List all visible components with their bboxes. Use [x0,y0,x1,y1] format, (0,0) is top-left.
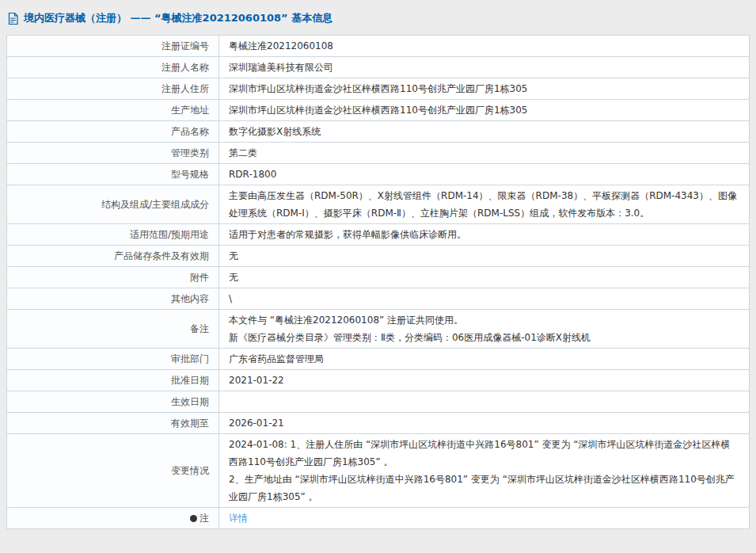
row-label: 注册证编号 [7,36,219,57]
row-label: 注册人住所 [7,78,219,100]
info-table-body: 注册证编号粤械注准20212060108注册人名称深圳瑞迪美科技有限公司注册人住… [7,36,750,529]
note-dot-icon [190,515,197,522]
table-row: 变更情况2024-01-08: 1、注册人住所由 “深圳市坪山区坑梓街道中兴路1… [7,434,750,508]
row-label: 型号规格 [7,164,219,185]
row-label: 有效期至 [7,413,219,434]
table-row: 注册人住所深圳市坪山区坑梓街道金沙社区梓横西路110号创兆产业园厂房1栋305 [7,78,750,100]
table-row: 备注本文件与 “粤械注准20212060108” 注册证共同使用。 新《医疗器械… [7,310,750,349]
row-label: 结构及组成/主要组成成分 [7,185,219,224]
row-value: 本文件与 “粤械注准20212060108” 注册证共同使用。 新《医疗器械分类… [219,310,750,349]
table-row: 有效期至2026-01-21 [7,413,750,434]
table-row: 产品储存条件及有效期无 [7,246,750,267]
row-label: 生产地址 [7,100,219,121]
detail-link[interactable]: 详情 [229,513,248,524]
row-label: 审批部门 [7,349,219,370]
table-row: 附件无 [7,267,750,288]
row-value [219,391,750,413]
row-value: 深圳瑞迪美科技有限公司 [219,57,750,78]
row-value: 2026-01-21 [219,413,750,434]
table-row: 注详情 [7,508,750,529]
page-header: 境内医疗器械（注册） —— “粤械注准20212060108” 基本信息 [6,6,750,35]
row-label: 适用范围/预期用途 [7,224,219,246]
table-row: 结构及组成/主要组成成分主要由高压发生器（RDM-50R）、X射线管组件（RDM… [7,185,750,224]
row-value: 粤械注准20212060108 [219,36,750,57]
table-row: 型号规格RDR-1800 [7,164,750,185]
row-label: 备注 [7,310,219,349]
row-value: 2021-01-22 [219,370,750,391]
row-label: 附件 [7,267,219,288]
page-title: 境内医疗器械（注册） —— “粤械注准20212060108” 基本信息 [24,11,332,25]
row-label: 其他内容 [7,288,219,310]
row-value: 主要由高压发生器（RDM-50R）、X射线管组件（RDM-14）、限束器（RDM… [219,185,750,224]
row-value: 深圳市坪山区坑梓街道金沙社区梓横西路110号创兆产业园厂房1栋305 [219,100,750,121]
table-row: 生产地址深圳市坪山区坑梓街道金沙社区梓横西路110号创兆产业园厂房1栋305 [7,100,750,121]
table-row: 审批部门广东省药品监督管理局 [7,349,750,370]
row-label: 管理类别 [7,143,219,164]
row-value: 数字化摄影X射线系统 [219,121,750,143]
table-row: 产品名称数字化摄影X射线系统 [7,121,750,143]
table-row: 生效日期 [7,391,750,413]
document-icon [8,13,18,25]
table-row: 适用范围/预期用途适用于对患者的常规摄影，获得单幅影像供临床诊断用。 [7,224,750,246]
row-label: 产品名称 [7,121,219,143]
row-value: 广东省药品监督管理局 [219,349,750,370]
registration-info-table: 注册证编号粤械注准20212060108注册人名称深圳瑞迪美科技有限公司注册人住… [6,35,750,529]
table-row: 批准日期2021-01-22 [7,370,750,391]
row-label: 注 [7,508,219,529]
row-label: 批准日期 [7,370,219,391]
row-label: 注册人名称 [7,57,219,78]
row-value: \ [219,288,750,310]
row-value: 无 [219,267,750,288]
row-label: 变更情况 [7,434,219,508]
row-label: 生效日期 [7,391,219,413]
row-value: 第二类 [219,143,750,164]
table-row: 注册人名称深圳瑞迪美科技有限公司 [7,57,750,78]
table-row: 管理类别第二类 [7,143,750,164]
row-value: 适用于对患者的常规摄影，获得单幅影像供临床诊断用。 [219,224,750,246]
table-row: 其他内容\ [7,288,750,310]
table-row: 注册证编号粤械注准20212060108 [7,36,750,57]
row-value: 2024-01-08: 1、注册人住所由 “深圳市坪山区坑梓街道中兴路16号80… [219,434,750,508]
row-label: 产品储存条件及有效期 [7,246,219,267]
row-value: RDR-1800 [219,164,750,185]
row-value: 深圳市坪山区坑梓街道金沙社区梓横西路110号创兆产业园厂房1栋305 [219,78,750,100]
registration-info-page: 境内医疗器械（注册） —— “粤械注准20212060108” 基本信息 注册证… [0,0,756,553]
row-value: 无 [219,246,750,267]
row-value: 详情 [219,508,750,529]
